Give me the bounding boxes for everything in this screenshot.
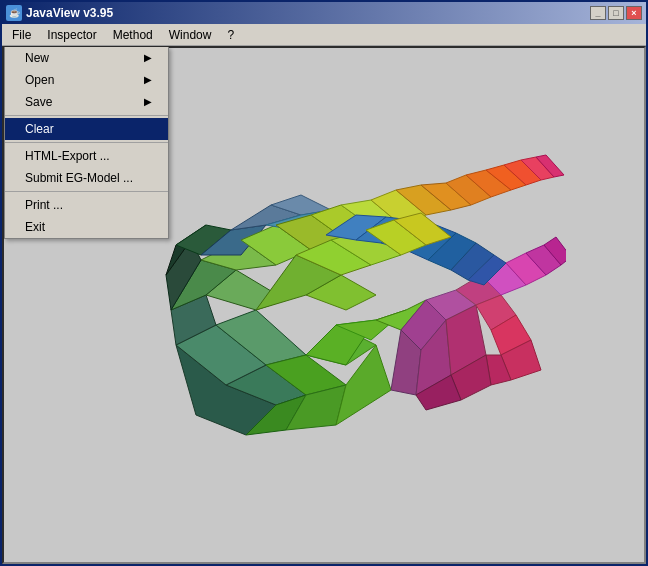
- app-icon: ☕: [6, 5, 22, 21]
- menu-file-new-label: New: [25, 51, 49, 65]
- menu-file-save[interactable]: Save ▶: [5, 91, 168, 113]
- minimize-button[interactable]: _: [590, 6, 606, 20]
- menu-file-submit-eg[interactable]: Submit EG-Model ...: [5, 167, 168, 189]
- menu-file-print-label: Print ...: [25, 198, 63, 212]
- file-dropdown-menu: New ▶ Open ▶ Save ▶ Clear HTML-Export ..: [4, 47, 169, 239]
- menu-file-clear[interactable]: Clear: [5, 118, 168, 140]
- menu-bar: File New ▶ Open ▶ Save ▶ Clear: [2, 24, 646, 46]
- app-icon-text: ☕: [9, 8, 20, 18]
- menu-file-open-label: Open: [25, 73, 54, 87]
- menu-separator-3: [5, 191, 168, 192]
- shell-visualization: [146, 145, 566, 465]
- menu-file-new[interactable]: New ▶: [5, 47, 168, 69]
- menu-separator-1: [5, 115, 168, 116]
- menu-item-file[interactable]: File: [4, 25, 39, 45]
- menu-file-new-arrow: ▶: [144, 52, 152, 63]
- menu-file-open[interactable]: Open ▶: [5, 69, 168, 91]
- menu-file-exit[interactable]: Exit: [5, 216, 168, 238]
- menu-file-submit-eg-label: Submit EG-Model ...: [25, 171, 133, 185]
- menu-file-exit-label: Exit: [25, 220, 45, 234]
- file-menu-container: File New ▶ Open ▶ Save ▶ Clear: [4, 25, 39, 45]
- menu-item-help[interactable]: ?: [219, 25, 242, 45]
- window-title: JavaView v3.95: [26, 6, 590, 20]
- menu-file-open-arrow: ▶: [144, 74, 152, 85]
- main-window: ☕ JavaView v3.95 _ □ × File New ▶ Open ▶: [0, 0, 648, 566]
- close-button[interactable]: ×: [626, 6, 642, 20]
- menu-file-save-arrow: ▶: [144, 96, 152, 107]
- window-controls: _ □ ×: [590, 6, 642, 20]
- menu-file-print[interactable]: Print ...: [5, 194, 168, 216]
- menu-file-html-export-label: HTML-Export ...: [25, 149, 110, 163]
- maximize-button[interactable]: □: [608, 6, 624, 20]
- menu-item-window[interactable]: Window: [161, 25, 220, 45]
- menu-file-save-label: Save: [25, 95, 52, 109]
- title-bar: ☕ JavaView v3.95 _ □ ×: [2, 2, 646, 24]
- menu-item-inspector[interactable]: Inspector: [39, 25, 104, 45]
- menu-file-clear-label: Clear: [25, 122, 54, 136]
- menu-item-method[interactable]: Method: [105, 25, 161, 45]
- menu-separator-2: [5, 142, 168, 143]
- menu-file-html-export[interactable]: HTML-Export ...: [5, 145, 168, 167]
